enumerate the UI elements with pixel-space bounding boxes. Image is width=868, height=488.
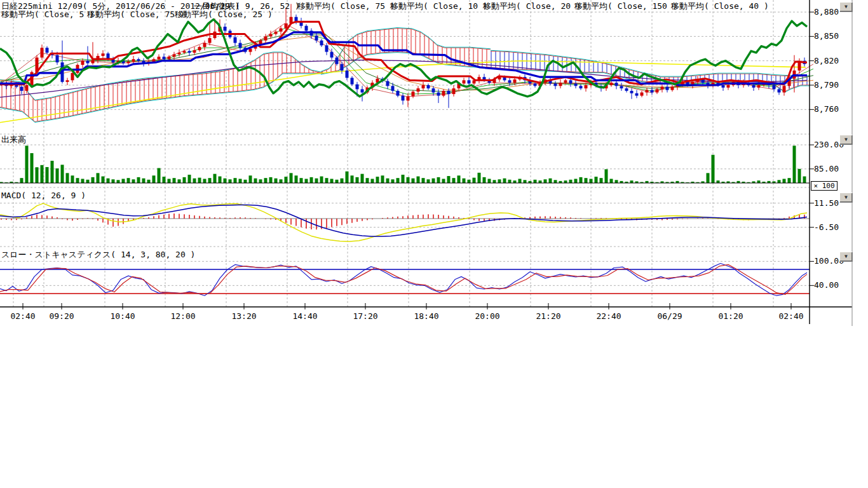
macd-panel-label: MACD( 12, 26, 9 )	[1, 191, 86, 200]
macd-series	[0, 203, 810, 241]
legend-item: 移動平均( Close, 5 )	[1, 9, 94, 20]
time-axis-label: 14:40	[292, 311, 317, 321]
chevron-down-icon: ▼	[844, 194, 848, 200]
macd-axis-label: -6.50	[814, 222, 839, 232]
time-axis-label: 09:20	[49, 311, 74, 321]
stochastics-panel-label: スロー・ストキャスティクス( 14, 3, 80, 20 )	[1, 249, 195, 261]
time-axis-label: 21:20	[536, 311, 560, 321]
ichimoku-cloud	[0, 28, 810, 123]
pane-scroll-down-button[interactable]: ▼	[839, 2, 853, 12]
time-axis-label: 06/29	[657, 311, 682, 321]
macd-axis-label: 11.50	[814, 198, 839, 208]
chart-canvas	[0, 0, 868, 330]
volume-series	[0, 146, 810, 183]
time-axis-label: 02:40	[10, 311, 35, 321]
time-axis-label: 17:20	[353, 311, 377, 321]
stoch-axis-label: 40.00	[814, 280, 839, 290]
chevron-down-icon: ▼	[844, 137, 848, 142]
pane-scroll-down-button[interactable]: ▼	[839, 252, 853, 262]
volume-axis-label: 85.00	[814, 164, 839, 173]
price-axis-label: 8,880	[814, 7, 839, 17]
legend-item: 移動平均( Close, 20 )	[483, 1, 581, 12]
pane-scroll-down-button[interactable]: ▼	[839, 193, 853, 203]
legend-item: 移動平均( Close, 150 )	[574, 1, 677, 12]
price-axis-label: 8,760	[814, 104, 839, 114]
stochastics-series	[0, 264, 810, 296]
time-axis-label: 12:00	[170, 311, 195, 321]
price-axis-label: 8,790	[814, 80, 839, 90]
time-axis-label: 13:20	[231, 311, 256, 321]
chevron-down-icon: ▼	[844, 254, 848, 259]
time-axis-label: 10:40	[110, 311, 135, 321]
time-axis-label: 01:20	[718, 311, 743, 321]
legend-item: 移動平均( Close, 75 )	[297, 1, 395, 12]
time-axis-label: 18:40	[414, 311, 438, 321]
volume-multiplier-badge: × 100	[811, 181, 837, 191]
legend-item: 移動平均( Close, 40 )	[671, 1, 769, 12]
legend-item: 移動平均( Close, 25 )	[175, 9, 273, 20]
volume-panel-label: 出来高	[1, 134, 26, 146]
time-axis-label: 20:00	[475, 311, 499, 321]
pane-scroll-down-button[interactable]: ▼	[839, 135, 853, 145]
price-axis-label: 8,820	[814, 56, 839, 65]
trading-chart-window: 日経225mini 12/09( 5分, 2012/06/26 - 2012/0…	[0, 0, 868, 488]
legend-item: 移動平均( Close, 10 )	[390, 1, 488, 12]
time-axis-label: 22:40	[596, 311, 621, 321]
time-axis-label: 02:40	[778, 311, 803, 321]
chevron-down-icon: ▼	[844, 4, 848, 10]
legend-item: 移動平均( Close, 75 )	[87, 9, 185, 20]
price-axis-label: 8,850	[814, 31, 839, 41]
